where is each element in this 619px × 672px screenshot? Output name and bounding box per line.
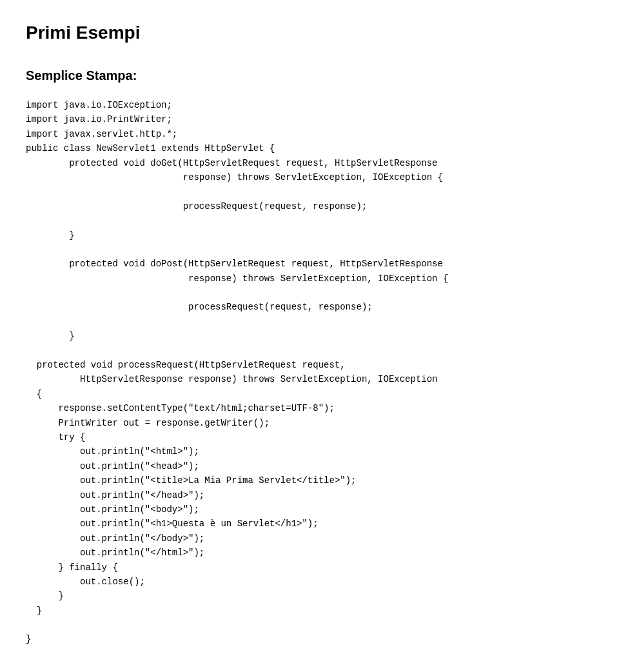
section-subtitle: Semplice Stampa: [26,66,593,85]
page-title: Primi Esempi [26,19,593,46]
code-content: import java.io.IOException; import java.… [26,98,593,647]
